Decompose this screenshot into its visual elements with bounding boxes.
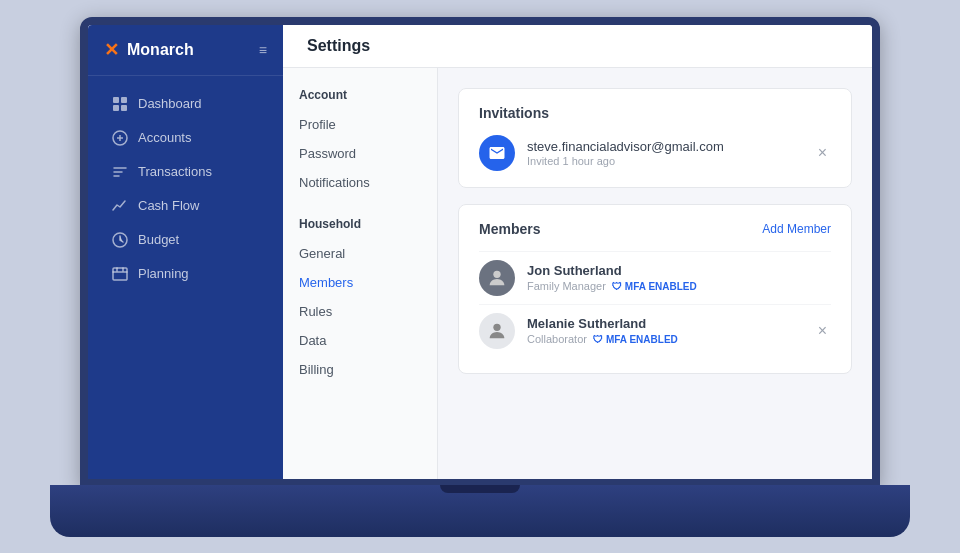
sidebar-item-planning[interactable]: Planning [96,258,275,290]
settings-item-password[interactable]: Password [283,139,437,168]
member-role-row: Collaborator 🛡 MFA ENABLED [527,333,802,345]
household-section: Household General Members Rules Data Bil… [283,213,437,384]
shield-icon: 🛡 [612,281,622,292]
sidebar-header: ✕ Monarch ≡ [88,25,283,76]
main-content: Settings Account Profile Password Notifi… [283,25,872,479]
sidebar-item-budget[interactable]: Budget [96,224,275,256]
svg-point-8 [493,323,500,330]
member-name: Jon Sutherland [527,263,831,278]
logo-icon: ✕ [104,39,119,61]
members-card: Members Add Member [458,204,852,374]
sidebar-item-label: Dashboard [138,96,202,111]
settings-item-data[interactable]: Data [283,326,437,355]
invitation-email: steve.financialadvisor@gmail.com [527,139,802,154]
sidebar-item-cashflow[interactable]: Cash Flow [96,190,275,222]
page-title: Settings [283,25,872,68]
sidebar-item-transactions[interactable]: Transactions [96,156,275,188]
invitation-info: steve.financialadvisor@gmail.com Invited… [527,139,802,167]
logo: ✕ Monarch [104,39,194,61]
invitation-time: Invited 1 hour ago [527,155,802,167]
sidebar-toggle-icon[interactable]: ≡ [259,42,267,58]
svg-rect-1 [121,97,127,103]
invitation-avatar [479,135,515,171]
member-role: Family Manager [527,280,606,292]
settings-item-rules[interactable]: Rules [283,297,437,326]
household-section-title: Household [283,213,437,239]
account-section-title: Account [283,84,437,110]
account-section: Account Profile Password Notifications [283,84,437,197]
member-name: Melanie Sutherland [527,316,802,331]
settings-item-general[interactable]: General [283,239,437,268]
mfa-badge: 🛡 MFA ENABLED [593,334,678,345]
settings-main-panel: Invitations steve.financialadvisor@gmail… [438,68,872,479]
member-info-melanie: Melanie Sutherland Collaborator 🛡 MFA EN… [527,316,802,345]
member-row: Jon Sutherland Family Manager 🛡 MFA ENAB… [479,251,831,304]
settings-item-profile[interactable]: Profile [283,110,437,139]
member-row: Melanie Sutherland Collaborator 🛡 MFA EN… [479,304,831,357]
add-member-button[interactable]: Add Member [762,222,831,236]
svg-rect-6 [113,268,127,280]
member-avatar-jon [479,260,515,296]
members-card-header: Members Add Member [479,221,831,237]
sidebar-item-label: Planning [138,266,189,281]
sidebar-item-label: Cash Flow [138,198,199,213]
sidebar-item-label: Budget [138,232,179,247]
invitation-close-button[interactable]: × [814,143,831,163]
member-role: Collaborator [527,333,587,345]
invitations-card: Invitations steve.financialadvisor@gmail… [458,88,852,188]
main-body: Account Profile Password Notifications H… [283,68,872,479]
svg-rect-3 [121,105,127,111]
members-title: Members [479,221,540,237]
settings-item-billing[interactable]: Billing [283,355,437,384]
main-nav: Dashboard Accounts Transactions [88,76,283,302]
settings-sidebar: Account Profile Password Notifications H… [283,68,438,479]
sidebar-item-accounts[interactable]: Accounts [96,122,275,154]
svg-rect-0 [113,97,119,103]
invitation-row: steve.financialadvisor@gmail.com Invited… [479,135,831,171]
member-info-jon: Jon Sutherland Family Manager 🛡 MFA ENAB… [527,263,831,292]
member-role-row: Family Manager 🛡 MFA ENABLED [527,280,831,292]
invitations-title: Invitations [479,105,831,121]
mfa-badge: 🛡 MFA ENABLED [612,281,697,292]
logo-text: Monarch [127,41,194,59]
laptop-base [50,485,910,537]
member-avatar-melanie [479,313,515,349]
sidebar-item-dashboard[interactable]: Dashboard [96,88,275,120]
svg-rect-2 [113,105,119,111]
settings-item-notifications[interactable]: Notifications [283,168,437,197]
sidebar-item-label: Accounts [138,130,191,145]
member-remove-button[interactable]: × [814,321,831,341]
shield-icon: 🛡 [593,334,603,345]
settings-item-members[interactable]: Members [283,268,437,297]
svg-point-7 [493,270,500,277]
sidebar-item-label: Transactions [138,164,212,179]
sidebar: ✕ Monarch ≡ Dashboard [88,25,283,479]
